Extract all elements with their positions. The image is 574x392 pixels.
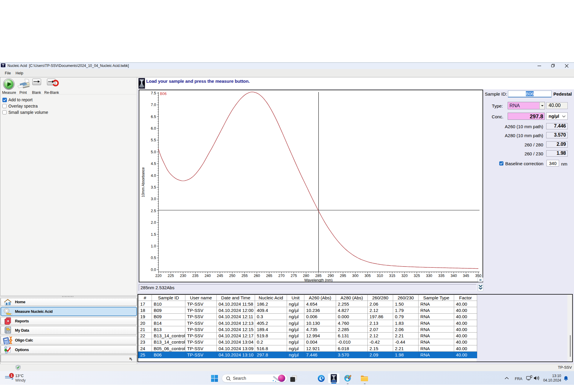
- svg-text:2.5: 2.5: [151, 209, 156, 213]
- svg-text:3.0: 3.0: [151, 197, 156, 201]
- svg-text:4.0: 4.0: [151, 174, 156, 178]
- svg-text:320: 320: [402, 274, 408, 278]
- svg-text:325: 325: [414, 274, 420, 278]
- svg-text:310: 310: [377, 274, 383, 278]
- svg-text:5.0: 5.0: [151, 150, 156, 154]
- svg-text:300: 300: [352, 274, 358, 278]
- svg-text:7.5: 7.5: [151, 91, 156, 95]
- svg-text:235: 235: [192, 274, 199, 278]
- svg-text:330: 330: [426, 274, 432, 278]
- svg-text:315: 315: [389, 274, 395, 278]
- svg-text:10mm Absorbance: 10mm Absorbance: [141, 167, 145, 197]
- svg-text:305: 305: [364, 274, 371, 278]
- svg-text:0.0: 0.0: [151, 268, 156, 272]
- svg-text:B06: B06: [160, 92, 167, 96]
- svg-text:2.0: 2.0: [151, 220, 156, 225]
- svg-text:240: 240: [204, 274, 211, 278]
- svg-text:265: 265: [266, 274, 272, 278]
- svg-text:295: 295: [340, 274, 346, 278]
- svg-text:290: 290: [328, 274, 334, 278]
- svg-text:255: 255: [242, 274, 248, 278]
- svg-text:7.0: 7.0: [151, 103, 156, 107]
- svg-text:6.5: 6.5: [151, 115, 156, 119]
- svg-text:5.5: 5.5: [151, 138, 156, 142]
- svg-text:230: 230: [180, 274, 186, 278]
- svg-text:270: 270: [278, 274, 285, 278]
- svg-text:340: 340: [451, 274, 457, 278]
- svg-text:275: 275: [291, 274, 297, 278]
- svg-text:1: 1: [10, 374, 12, 377]
- svg-text:250: 250: [229, 274, 235, 278]
- svg-text:335: 335: [438, 274, 445, 278]
- svg-text:1.5: 1.5: [151, 232, 156, 237]
- svg-text:280: 280: [303, 274, 309, 278]
- svg-text:4.5: 4.5: [151, 162, 156, 166]
- svg-text:6.0: 6.0: [151, 126, 156, 131]
- svg-text:0.5: 0.5: [151, 256, 156, 260]
- svg-text:3.5: 3.5: [151, 185, 156, 189]
- svg-text:220: 220: [155, 274, 162, 278]
- svg-text:225: 225: [168, 274, 174, 278]
- svg-text:Wavelength (nm): Wavelength (nm): [304, 278, 333, 282]
- svg-text:245: 245: [217, 274, 223, 278]
- svg-text:260: 260: [254, 274, 260, 278]
- svg-text:345: 345: [463, 274, 469, 278]
- svg-text:285: 285: [315, 274, 322, 278]
- svg-text:1.0: 1.0: [151, 244, 156, 248]
